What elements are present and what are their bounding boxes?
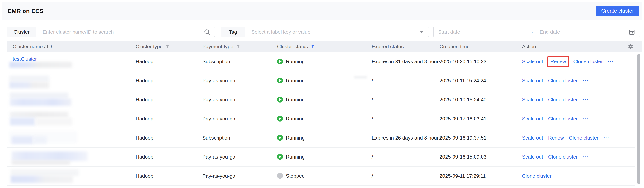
cluster-name-cell: [7, 109, 130, 128]
payment-type-cell: Pay-as-you-go: [196, 78, 271, 84]
clone-cluster-link[interactable]: Clone cluster: [548, 78, 578, 84]
more-actions-button[interactable]: ···: [583, 116, 588, 122]
scale-out-link[interactable]: Scale out: [522, 97, 543, 103]
cluster-status-cell: Running: [271, 116, 366, 122]
creation-time-cell: 2025-09-11 17:29:11: [434, 173, 516, 179]
creation-time-cell: 2025-10-10 15:24:40: [434, 97, 516, 103]
start-date-input[interactable]: [434, 27, 527, 36]
more-actions-button[interactable]: ···: [583, 154, 588, 160]
cluster-status-cell: Stopped: [271, 173, 366, 179]
expired-status-cell: Expires in 31 days and 8 hours: [366, 58, 434, 64]
redacted-cluster-name: [11, 169, 79, 176]
cluster-search-group: Cluster: [7, 27, 215, 37]
cluster-status-cell: Running: [271, 135, 366, 141]
cluster-name-cell: [7, 90, 130, 109]
clone-cluster-link[interactable]: Clone cluster: [548, 116, 578, 122]
more-actions-button[interactable]: ···: [583, 78, 588, 83]
cluster-status-cell: Running: [271, 97, 366, 103]
redacted-cluster-id: [10, 98, 72, 106]
tag-filter-label: Tag: [221, 27, 245, 36]
cluster-type-cell: Hadoop: [130, 173, 196, 179]
column-settings-gear-icon[interactable]: [628, 44, 634, 50]
more-actions-button[interactable]: ···: [557, 173, 562, 179]
tag-select-input[interactable]: [245, 27, 420, 36]
redacted-cluster-id: [35, 118, 72, 125]
renew-highlight-box: Renew: [547, 56, 569, 67]
scale-out-link[interactable]: Scale out: [522, 116, 543, 122]
redacted-cluster-name: [10, 112, 68, 118]
table-row: Hadoop Pay-as-you-go Running / 2025-09-1…: [7, 109, 635, 128]
scale-out-link[interactable]: Scale out: [522, 154, 543, 160]
running-status-icon: [277, 97, 283, 102]
action-cell: Scale out Clone cluster ···: [516, 154, 635, 160]
filter-funnel-icon[interactable]: [236, 44, 241, 49]
creation-time-cell: 2025-09-16 15:09:03: [434, 154, 516, 160]
payment-type-cell: Pay-as-you-go: [196, 116, 271, 122]
action-cell: Scale out Clone cluster ···: [516, 116, 635, 122]
scale-out-link[interactable]: Scale out: [522, 58, 543, 64]
filter-funnel-icon-active[interactable]: [310, 44, 316, 49]
col-label: Expired status: [372, 44, 404, 50]
cluster-type-cell: Hadoop: [130, 154, 196, 160]
expired-status-cell: /: [366, 97, 434, 103]
cluster-name-cell: testCluster: [7, 52, 130, 71]
payment-type-cell: Subscription: [196, 135, 271, 141]
end-date-input[interactable]: [535, 27, 628, 36]
scale-out-link[interactable]: Scale out: [522, 78, 543, 84]
clone-cluster-link[interactable]: Clone cluster: [573, 58, 603, 64]
date-range-arrow: →: [527, 29, 535, 35]
cluster-type-cell: Hadoop: [130, 116, 196, 122]
cluster-name-cell: [7, 148, 130, 166]
cluster-status-cell: Running: [271, 154, 366, 160]
running-status-icon: [277, 154, 283, 160]
col-payment-type: Payment type: [196, 44, 271, 50]
payment-type-cell: Pay-as-you-go: [196, 154, 271, 160]
scale-out-link[interactable]: Scale out: [522, 135, 543, 141]
expired-status-cell: /: [366, 116, 434, 122]
filter-funnel-icon[interactable]: [165, 44, 170, 49]
action-cell: Scale out Clone cluster ···: [516, 78, 635, 84]
chevron-down-icon[interactable]: [420, 31, 424, 33]
redacted-cluster-name: [12, 152, 88, 161]
redacted-cluster-name: [9, 76, 49, 82]
table-row: Hadoop Pay-as-you-go Running / 2025-10-1…: [7, 71, 635, 90]
payment-type-cell: Pay-as-you-go: [196, 97, 271, 103]
renew-link[interactable]: Renew: [550, 58, 566, 64]
col-label: Cluster status: [277, 44, 308, 50]
more-actions-button[interactable]: ···: [608, 59, 614, 64]
table-header: Cluster name / ID Cluster type Payment t…: [7, 41, 642, 52]
more-actions-button[interactable]: ···: [583, 97, 588, 102]
col-cluster-status: Cluster status: [271, 44, 366, 50]
redacted-cluster-id: [33, 136, 47, 144]
expired-status-cell: /: [366, 78, 434, 84]
search-icon[interactable]: [204, 28, 210, 35]
date-range-group: →: [434, 27, 640, 37]
redacted-cluster-id: [12, 160, 70, 165]
creation-time-cell: 2025-09-16 19:37:51: [434, 135, 516, 141]
create-cluster-button[interactable]: Create cluster: [596, 6, 639, 16]
creation-time-cell: 2025-10-11 15:24:24: [434, 78, 516, 84]
col-label: Payment type: [202, 44, 233, 50]
more-actions-button[interactable]: ···: [604, 135, 609, 140]
page-header: EMR on ECS Create cluster: [2, 2, 642, 20]
cluster-search-input[interactable]: [36, 27, 204, 36]
vertical-scrollbar[interactable]: [637, 54, 640, 184]
clone-cluster-link[interactable]: Clone cluster: [522, 173, 552, 179]
clone-cluster-link[interactable]: Clone cluster: [569, 135, 598, 141]
cluster-name-cell: [7, 71, 130, 90]
status-label: Running: [286, 116, 305, 122]
clone-cluster-link[interactable]: Clone cluster: [548, 97, 578, 103]
expired-status-cell: /: [366, 173, 434, 179]
renew-link[interactable]: Renew: [548, 135, 564, 141]
calendar-icon[interactable]: [628, 28, 636, 36]
col-creation-time: Creation time: [434, 44, 516, 50]
table-row: Hadoop Pay-as-you-go Running / 2025-10-1…: [7, 90, 635, 109]
cluster-search-label: Cluster: [7, 27, 36, 36]
redacted-cluster-id: [9, 62, 72, 68]
cluster-type-cell: Hadoop: [130, 78, 196, 84]
cluster-name-link[interactable]: testCluster: [13, 56, 37, 62]
clone-cluster-link[interactable]: Clone cluster: [548, 154, 578, 160]
table-row: Hadoop Subscription Running Expires in 2…: [7, 128, 635, 148]
blur-artifact: [354, 76, 367, 79]
redacted-cluster-name: [10, 93, 68, 98]
